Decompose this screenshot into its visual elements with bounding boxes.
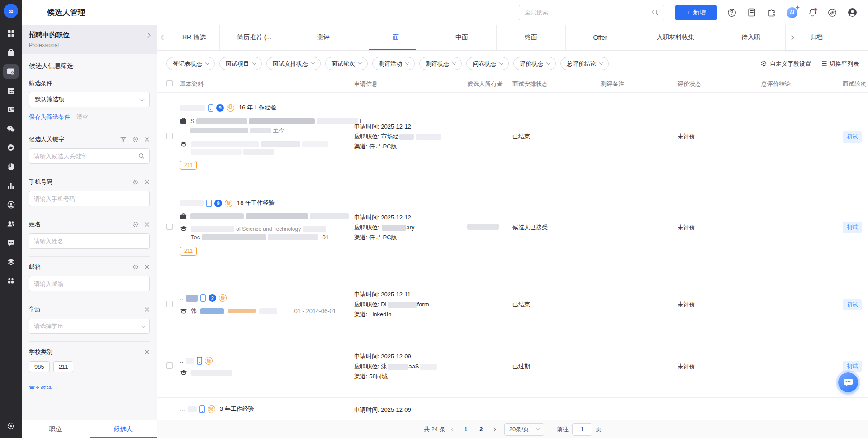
filter-chip[interactable]: 面试轮次 [325,57,368,70]
page-number-2[interactable]: 2 [476,426,486,433]
people-icon[interactable] [3,216,19,231]
tabs-scroll-left[interactable] [157,25,169,50]
filter-chip[interactable]: 问卷状态 [466,57,509,70]
filter-chip[interactable]: 总评价结论 [560,57,609,70]
table-row[interactable]: .. 疑 申请时间: 2025-12-09 [157,335,868,398]
account-avatar-icon[interactable] [847,8,857,18]
candidate-basic-cell[interactable]: 9 疑 16 年工作经验 St 至今 [180,104,354,170]
team-icon[interactable] [3,273,19,288]
email-text-input[interactable] [34,281,145,287]
filter-chip[interactable]: 登记表状态 [166,57,215,70]
new-candidate-button[interactable]: +新增 [675,5,717,20]
calendar-grid-icon[interactable] [3,83,19,98]
stage-tab[interactable]: 终面 [497,25,566,50]
stage-tab[interactable]: 入职材料收集 [635,25,716,50]
close-icon[interactable] [144,264,150,270]
link-icon[interactable] [827,8,837,18]
gear-icon[interactable] [132,136,138,143]
member-circle-icon[interactable] [3,197,19,212]
gear-icon[interactable] [132,179,138,185]
candidate-basic-cell[interactable]: .. 2 疑 韩 [180,294,354,315]
endorse-icon[interactable] [3,140,19,155]
stage-tab-archive[interactable]: 归档 [797,25,868,50]
more-filters-link[interactable]: 更多筛选 [29,386,52,389]
wechat-icon[interactable] [3,121,19,136]
stage-tab[interactable]: 中面 [427,25,497,50]
row-checkbox[interactable] [166,301,173,307]
ai-assistant-icon[interactable]: AI [787,7,797,18]
pie-chart-icon[interactable] [3,159,19,174]
goto-page-input[interactable] [572,423,592,436]
tabs-scroll-right[interactable] [786,25,797,50]
gear-icon[interactable] [132,221,138,228]
help-icon[interactable] [727,8,737,18]
close-icon[interactable] [144,349,150,355]
clear-filter-link[interactable]: 清空 [76,113,88,121]
phone-input[interactable] [29,191,150,206]
table-column-header[interactable]: 测评备注 [601,80,678,88]
close-icon[interactable] [144,137,150,142]
tab-jobs[interactable]: 职位 [22,420,90,438]
switch-narrow-list-action[interactable]: 切换窄列表 [820,60,859,68]
table-row[interactable]: 9 疑 16 年工作经验 [157,181,868,274]
filter-chip[interactable]: 评价状态 [513,57,556,70]
notifications-bell-icon[interactable] [807,8,817,18]
next-page-button[interactable] [492,428,496,431]
phone-text-input[interactable] [34,195,145,202]
save-filter-link[interactable]: 保存为筛选条件 [29,113,70,121]
feedback-icon[interactable] [3,235,19,250]
filter-preset-select[interactable]: 默认筛选项 [29,92,150,107]
candidate-basic-cell[interactable]: .. 疑 [180,357,354,376]
prev-page-button[interactable] [451,428,455,431]
education-select[interactable]: 请选择学历 [29,319,150,334]
bar-chart-icon[interactable] [3,178,19,193]
row-checkbox[interactable] [166,362,173,369]
stage-tab[interactable]: Offer [566,25,635,50]
app-logo-icon[interactable]: ∞ [4,4,18,18]
stage-tab[interactable]: 一面 [358,25,427,50]
close-icon[interactable] [144,222,150,227]
briefcase-icon[interactable] [3,45,19,60]
name-input[interactable] [29,233,150,249]
table-column-header[interactable]: 候选人所有者 [467,80,512,88]
plugin-puzzle-icon[interactable] [767,8,777,18]
filter-chip[interactable]: 面试安排状态 [266,57,321,70]
filter-chip[interactable]: 测评状态 [419,57,462,70]
candidate-basic-cell[interactable]: ... 疑 3 年工作经验 [180,398,354,413]
email-input[interactable] [29,276,150,291]
candidate-keyword-input[interactable] [29,148,150,164]
filter-chip[interactable]: 测评活动 [372,57,415,70]
select-all-checkbox[interactable] [166,80,173,86]
settings-gear-icon[interactable] [3,419,19,433]
funnel-icon[interactable] [120,137,126,143]
keyword-text-input[interactable] [34,153,138,160]
custom-fields-action[interactable]: 自定义字段设置 [760,60,811,68]
stage-tab[interactable]: 测评 [289,25,358,50]
table-column-header[interactable]: 总评价结论 [761,80,843,88]
candidate-basic-cell[interactable]: 9 疑 16 年工作经验 [180,199,354,256]
table-column-header[interactable]: 评价状态 [678,80,761,88]
table-row[interactable]: .. 2 疑 韩 [157,274,868,335]
docs-icon[interactable] [747,8,757,18]
stage-tab[interactable]: HR 筛选 [169,25,220,50]
stage-tab[interactable]: 待入职 [716,25,786,50]
close-icon[interactable] [144,307,150,312]
stack-layers-icon[interactable] [3,254,19,269]
table-column-header[interactable]: 基本资料 [180,80,354,88]
job-selector[interactable]: 招聘中的职位 Professional [22,25,157,54]
row-checkbox[interactable] [166,224,173,230]
stage-tab[interactable]: 简历推荐 (... [220,25,289,50]
table-column-header[interactable]: 申请信息 [354,80,467,88]
global-search-input[interactable] [525,9,652,16]
row-checkbox[interactable] [166,133,173,139]
name-text-input[interactable] [34,238,145,245]
global-search[interactable] [519,5,664,20]
gear-icon[interactable] [132,264,138,270]
tab-candidates[interactable]: 候选人 [90,420,157,438]
chat-widget-button[interactable] [838,372,858,392]
filter-chip[interactable]: 面试项目 [219,57,262,70]
school-type-tag[interactable]: 211 [53,361,74,372]
id-card-icon[interactable] [3,102,19,117]
table-column-header[interactable]: 面试安排状态 [512,80,601,88]
table-column-header[interactable]: 面试轮次 [843,80,868,88]
